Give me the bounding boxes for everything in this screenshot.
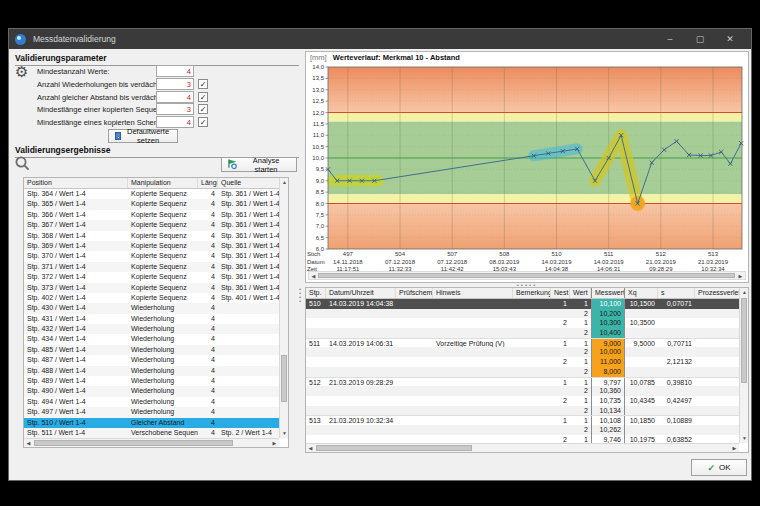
table-row[interactable]: Stp. 369 / Wert 1-4Kopierte Sequenz4Stp.… [24,241,288,251]
parameter-value-input[interactable]: 4 [156,91,194,103]
panel-splitter-handle[interactable]: •••• [297,287,303,313]
column-header[interactable]: Xq [625,288,658,298]
table-row[interactable]: 2110,30010,3500 [306,318,748,328]
results-table-header[interactable]: PositionManipulationLängeQuelle [24,178,288,189]
parameter-checkbox[interactable]: ✓ [198,79,208,89]
table-row[interactable]: Stp. 497 / Wert 1-4Wiederholung4 [24,407,288,417]
table-row[interactable]: Stp. 365 / Wert 1-4Kopierte Sequenz4Stp.… [24,199,288,209]
table-row[interactable]: Stp. 366 / Wert 1-4Kopierte Sequenz4Stp.… [24,210,288,220]
table-row[interactable]: 51014.03.2019 14:04:381110,10010,15000,0… [306,299,748,309]
table-row[interactable]: Stp. 430 / Wert 1-4Wiederholung4 [24,303,288,313]
table-row[interactable]: Stp. 372 / Wert 1-4Kopierte Sequenz4Stp.… [24,272,288,282]
table-row[interactable]: Stp. 488 / Wert 1-4Wiederholung4 [24,366,288,376]
column-header[interactable]: s [658,288,695,298]
table-row[interactable]: Stp. 485 / Wert 1-4Wiederholung4 [24,345,288,355]
table-row[interactable]: Stp. 489 / Wert 1-4Wiederholung4 [24,376,288,386]
table-row[interactable]: Stp. 487 / Wert 1-4Wiederholung4 [24,355,288,365]
table-row[interactable]: Stp. 368 / Wert 1-4Kopierte Sequenz4Stp.… [24,231,288,241]
defaultwerte-setzen-button[interactable]: Defaultwerte setzen [108,129,178,143]
measurements-horizontal-scrollbar[interactable]: ◀ ▶ [306,443,739,452]
table-cell: Verschobene Sequenz [128,428,198,438]
table-row[interactable]: 210,262 [306,425,748,435]
table-row[interactable]: 51221.03.2019 09:28:29119,79710,07850,39… [306,377,748,387]
parameter-value-input[interactable]: 4 [156,65,194,77]
search-icon[interactable] [14,155,31,176]
scroll-left-icon[interactable]: ◀ [24,439,33,448]
table-row[interactable]: 210,134 [306,406,748,416]
table-row[interactable]: 51321.03.2019 10:32:341110,10810,18500,1… [306,415,748,425]
column-header[interactable]: Nest [551,288,570,298]
column-header[interactable]: Quelle [218,178,281,188]
table-cell [306,386,326,396]
table-row[interactable]: 51114.03.2019 14:06:31Vorzeitige Prüfung… [306,338,748,348]
table-row[interactable]: 28,000 [306,367,748,377]
measurements-vertical-scrollbar[interactable]: ▲ ▼ [739,288,748,443]
table-row[interactable]: 210,000 [306,347,748,357]
column-header[interactable]: Datum/Uhrzeit [326,288,396,298]
table-row[interactable]: Stp. 431 / Wert 1-4Wiederholung4 [24,314,288,324]
parameter-checkbox[interactable]: ✓ [198,104,208,114]
table-row[interactable]: Stp. 434 / Wert 1-4Wiederholung4 [24,334,288,344]
scroll-down-icon[interactable]: ▼ [280,429,289,438]
column-header[interactable]: Prüfschema [396,288,433,298]
scroll-thumb[interactable] [34,440,233,446]
scroll-thumb[interactable] [281,355,287,402]
svg-text:14.03.2019: 14.03.2019 [594,259,625,265]
results-horizontal-scrollbar[interactable]: ◀ ▶ [24,438,279,447]
scroll-down-icon[interactable]: ▼ [740,434,749,443]
parameter-value-input[interactable]: 3 [156,103,194,115]
column-header[interactable]: Prozessverletzung [695,288,741,298]
table-cell [658,367,695,377]
table-cell [695,318,741,328]
measurements-table-header[interactable]: Stp.Datum/UhrzeitPrüfschemaHinweisBemerk… [306,288,748,299]
table-row[interactable]: Stp. 511 / Wert 1-4Verschobene Sequenz4S… [24,428,288,438]
table-cell: 4 [198,366,218,376]
table-row[interactable]: 2110,73510,43450,42497 [306,396,748,406]
table-row[interactable]: Stp. 432 / Wert 1-4Wiederholung4 [24,324,288,334]
column-header[interactable]: Länge [198,178,218,188]
column-header[interactable]: Bemerkung [513,288,551,298]
analyse-starten-button[interactable]: Analyse starten [221,157,297,172]
column-header[interactable]: Wert [570,288,591,298]
table-row[interactable]: Stp. 490 / Wert 1-4Wiederholung4 [24,386,288,396]
table-row[interactable]: Stp. 510 / Wert 1-4Gleicher Abstand4 [24,418,288,428]
column-header[interactable]: Manipulation [128,178,198,188]
table-row[interactable]: Stp. 402 / Wert 1-4Kopierte Sequenz4Stp.… [24,293,288,303]
scroll-right-icon[interactable]: ▶ [736,272,745,281]
table-row[interactable]: 210,200 [306,309,748,319]
table-row[interactable]: 210,360 [306,386,748,396]
minimize-icon[interactable]: – [655,34,685,44]
column-header[interactable]: Messwert [591,288,625,298]
table-row[interactable]: 2111,0002,12132 [306,357,748,367]
column-header[interactable]: Position [24,178,128,188]
scroll-thumb[interactable] [318,273,735,278]
table-row[interactable]: Stp. 370 / Wert 1-4Kopierte Sequenz4Stp.… [24,251,288,261]
scroll-left-icon[interactable]: ◀ [309,272,318,281]
table-row[interactable]: Stp. 373 / Wert 1-4Kopierte Sequenz4Stp.… [24,283,288,293]
column-header[interactable]: Stp. [306,288,326,298]
table-cell [433,396,513,406]
maximize-icon[interactable]: ▢ [685,34,715,44]
scroll-right-icon[interactable]: ▶ [730,444,739,453]
parameter-value-input[interactable]: 3 [156,78,194,90]
scroll-left-icon[interactable]: ◀ [306,444,315,453]
scroll-up-icon[interactable]: ▲ [740,288,749,297]
table-cell [433,318,513,328]
parameter-checkbox[interactable]: ✓ [198,117,208,127]
table-row[interactable]: Stp. 494 / Wert 1-4Wiederholung4 [24,397,288,407]
column-header[interactable]: Hinweis [433,288,513,298]
results-vertical-scrollbar[interactable]: ▲ ▼ [279,178,288,438]
scroll-thumb[interactable] [316,445,472,451]
table-cell [658,347,695,357]
scroll-up-icon[interactable]: ▲ [280,178,289,187]
table-row[interactable]: 210,400 [306,328,748,338]
ok-button[interactable]: ✓ OK [691,459,747,476]
scroll-thumb[interactable] [741,298,747,383]
parameter-checkbox[interactable]: ✓ [198,92,208,102]
close-icon[interactable]: ✕ [715,34,745,44]
table-row[interactable]: Stp. 371 / Wert 1-4Kopierte Sequenz4Stp.… [24,262,288,272]
table-row[interactable]: Stp. 364 / Wert 1-4Kopierte Sequenz4Stp.… [24,189,288,199]
table-row[interactable]: Stp. 367 / Wert 1-4Kopierte Sequenz4Stp.… [24,220,288,230]
chart-horizontal-scrollbar[interactable]: ◀ ▶ [308,271,746,280]
scroll-right-icon[interactable]: ▶ [270,439,279,448]
